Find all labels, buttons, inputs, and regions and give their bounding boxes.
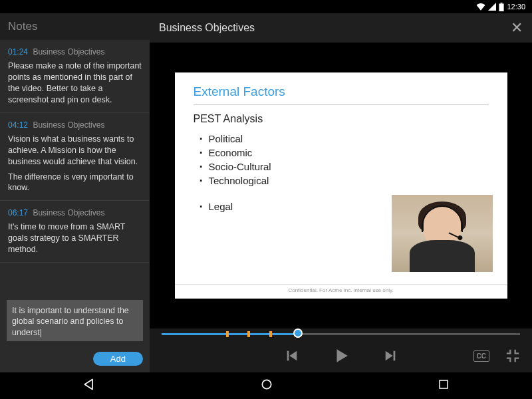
add-note-button[interactable]: Add (93, 352, 143, 366)
progress-thumb[interactable] (293, 329, 303, 338)
signal-icon (488, 3, 496, 11)
note-title: Business Objectives (33, 120, 104, 130)
slide-subtitle: PEST Analysis (194, 113, 489, 125)
notes-list[interactable]: 01:24 Business Objectives Please make a … (0, 40, 150, 295)
status-time: 12:30 (507, 3, 525, 11)
notes-sidebar: Notes 01:24 Business Objectives Please m… (0, 13, 150, 372)
video-title: Business Objectives (159, 22, 255, 34)
progress-marker[interactable] (247, 331, 250, 337)
svg-rect-1 (501, 3, 503, 3)
note-title: Business Objectives (33, 208, 104, 217)
previous-button[interactable] (285, 348, 299, 363)
note-timestamp: 01:24 (8, 47, 28, 57)
svg-point-4 (262, 380, 271, 388)
progress-bar[interactable] (150, 329, 532, 339)
progress-marker[interactable] (269, 331, 272, 337)
next-button[interactable] (383, 348, 398, 363)
video-area[interactable]: External Factors PEST Analysis Political… (150, 43, 532, 329)
slide-divider (194, 104, 489, 105)
home-button[interactable] (260, 378, 273, 394)
note-title: Business Objectives (33, 47, 104, 57)
slide-title: External Factors (194, 84, 489, 99)
slide-list-item: Technological (200, 174, 489, 188)
note-body: It's time to move from a SMART goals str… (8, 221, 142, 255)
play-button[interactable] (332, 347, 350, 364)
back-button[interactable] (82, 378, 96, 394)
battery-icon (499, 3, 504, 11)
slide-list-item: Economic (200, 146, 489, 160)
android-nav-bar (0, 372, 532, 399)
note-body: Vision is what a business wants to achie… (8, 134, 142, 194)
fullscreen-exit-icon[interactable] (505, 348, 520, 363)
note-item[interactable]: 04:12 Business Objectives Vision is what… (0, 113, 150, 201)
slide-list-item: Political (200, 132, 489, 146)
note-timestamp: 04:12 (8, 120, 28, 130)
closed-captions-button[interactable]: CC (473, 350, 489, 362)
close-icon[interactable]: ✕ (511, 19, 523, 37)
progress-marker[interactable] (226, 331, 229, 337)
slide-footer: Confidential. For Acme Inc. internal use… (175, 284, 507, 293)
svg-rect-3 (393, 351, 395, 361)
note-timestamp: 06:17 (8, 208, 28, 217)
android-status-bar: 12:30 (0, 0, 532, 13)
note-body: Please make a note of the important poin… (8, 61, 142, 106)
sidebar-title: Notes (0, 13, 150, 40)
svg-rect-5 (440, 380, 448, 388)
note-item[interactable]: 01:24 Business Objectives Please make a … (0, 40, 150, 113)
progress-fill (162, 333, 298, 335)
slide-content: External Factors PEST Analysis Political… (175, 72, 507, 299)
note-input[interactable] (7, 300, 143, 341)
recent-apps-button[interactable] (438, 378, 450, 393)
wifi-icon (476, 3, 485, 11)
note-item[interactable]: 06:17 Business Objectives It's time to m… (0, 201, 150, 263)
svg-rect-0 (499, 3, 504, 11)
slide-list-item: Socio-Cultural (200, 160, 489, 174)
video-header: Business Objectives ✕ (150, 13, 532, 43)
presenter-video-thumbnail (392, 195, 493, 272)
svg-rect-2 (287, 351, 289, 361)
